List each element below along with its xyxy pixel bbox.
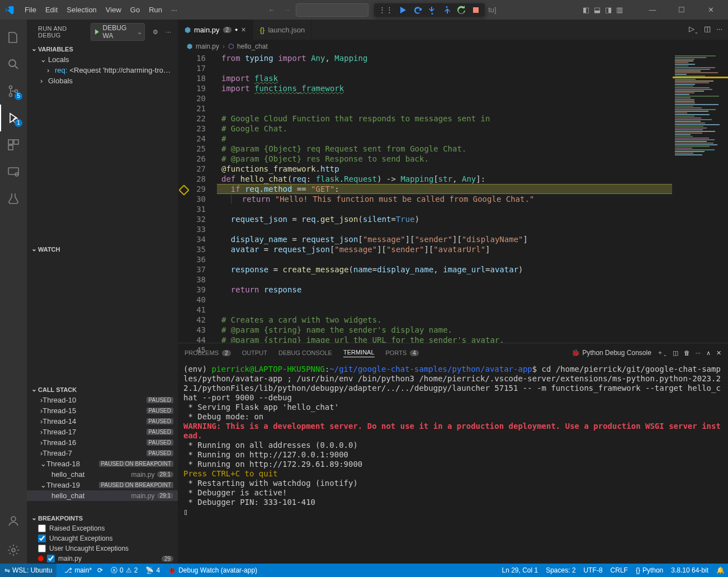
bp-user-uncaught-exceptions[interactable]: User Uncaught Exceptions [27, 543, 178, 554]
tab-main-py[interactable]: ⬢ main.py 2 ● × [178, 20, 253, 40]
terminal-kill-icon[interactable]: 🗑 [684, 349, 690, 356]
callstack-thread[interactable]: Thread-7PAUSED [27, 448, 178, 458]
callstack-thread[interactable]: Thread-17PAUSED [27, 427, 178, 437]
panel-maximize-icon[interactable]: ∧ [706, 349, 711, 357]
terminal-selector[interactable]: 🐞Python Debug Console [571, 349, 651, 357]
panel-close-icon[interactable]: ✕ [716, 349, 721, 357]
tab-close-icon[interactable]: × [242, 25, 246, 34]
window-maximize[interactable]: ☐ [669, 0, 694, 20]
search-icon[interactable] [0, 51, 27, 78]
menu-run[interactable]: Run [144, 6, 167, 14]
status-ports[interactable]: 📡4 [145, 566, 160, 574]
breakpoint-dot-icon [38, 556, 44, 561]
bp-file-row[interactable]: main.py29 [27, 554, 178, 564]
panel-tab-ports[interactable]: PORTS4 [386, 349, 419, 356]
sidebar-more-icon[interactable]: ··· [166, 29, 171, 35]
debug-continue-icon[interactable] [399, 6, 408, 15]
status-branch[interactable]: ⎇main*⟳ [64, 566, 103, 574]
status-language[interactable]: {}Python [636, 566, 663, 574]
panel-more-icon[interactable]: ··· [696, 349, 701, 356]
run-debug-icon[interactable]: 1 [0, 105, 27, 131]
bp-raised-exceptions[interactable]: Raised Exceptions [27, 523, 178, 533]
sidebar-title: RUN AND DEBUG Debug Wa ⌄ ⚙ ··· [27, 20, 178, 44]
callstack-thread[interactable]: Thread-14PAUSED [27, 416, 178, 427]
sync-icon[interactable]: ⟳ [97, 566, 103, 574]
status-debug-target[interactable]: 🐞Debug Watch (avatar-app) [168, 566, 257, 574]
source-control-icon[interactable]: 5 [0, 78, 27, 105]
debug-start-button[interactable]: Debug Wa ⌄ [91, 23, 145, 41]
run-file-icon[interactable]: ▷⌄ [689, 25, 698, 35]
terminal[interactable]: (env) pierrick@LAPTOP-HKU5PNNG:~/git/goo… [178, 362, 728, 564]
minimap[interactable] [672, 53, 728, 343]
callstack-thread[interactable]: Thread-19PAUSED ON BREAKPOINT [27, 480, 178, 490]
svg-point-3 [10, 94, 12, 97]
debug-toolbar: ⋮⋮ [374, 3, 485, 17]
panel-tab-output[interactable]: OUTPUT [242, 349, 267, 356]
callstack-thread[interactable]: Thread-16PAUSED [27, 437, 178, 448]
activity-bar: 51 [0, 20, 27, 564]
window-minimize[interactable]: — [640, 0, 665, 20]
editor[interactable]: 1617181920212223242526272829303132333435… [178, 53, 728, 343]
svg-rect-6 [8, 140, 13, 144]
breadcrumb[interactable]: ⬢ main.py › ⬡ hello_chat [178, 40, 728, 53]
breakpoints-header[interactable]: BREAKPOINTS [27, 513, 178, 523]
menu-more[interactable]: ··· [167, 6, 182, 14]
variables-scope-locals[interactable]: Locals [27, 54, 178, 65]
menu-go[interactable]: Go [126, 6, 144, 14]
nav-forward-icon[interactable]: → [283, 6, 290, 14]
callstack-header[interactable]: CALL STACK [27, 385, 178, 395]
debug-grip-icon[interactable]: ⋮⋮ [379, 6, 393, 14]
remote-explorer-icon[interactable] [0, 158, 27, 185]
menu-view[interactable]: View [101, 6, 126, 14]
debug-config-gear-icon[interactable]: ⚙ [153, 29, 158, 36]
menu-selection[interactable]: Selection [62, 6, 101, 14]
debug-step-into-icon[interactable] [428, 6, 437, 15]
layout-bottom-icon[interactable]: ⬓ [594, 6, 601, 14]
nav-back-icon[interactable]: ← [268, 6, 275, 14]
watch-header[interactable]: WATCH [27, 244, 178, 254]
panel-tab-debug-console[interactable]: DEBUG CONSOLE [278, 349, 332, 356]
status-encoding[interactable]: UTF-8 [584, 566, 603, 574]
variables-scope-globals[interactable]: Globals [27, 75, 178, 86]
explorer-icon[interactable] [0, 24, 27, 51]
variables-header[interactable]: VARIABLES [27, 44, 178, 54]
callstack-frame[interactable]: hello_chatmain.py29:1 [27, 490, 178, 501]
debug-restart-icon[interactable] [457, 6, 466, 15]
callstack-thread[interactable]: Thread-18PAUSED ON BREAKPOINT [27, 458, 178, 469]
status-remote[interactable]: ⇋WSL: Ubuntu [0, 564, 56, 577]
variable-row[interactable]: req: <Request 'http://charming-tro… [27, 65, 178, 75]
debug-step-out-icon[interactable] [442, 6, 451, 15]
status-problems[interactable]: ⓧ0⚠2 [111, 566, 138, 575]
layout-customize-icon[interactable]: ▥ [616, 6, 623, 14]
nav-arrows: ← → [268, 6, 290, 14]
menu-edit[interactable]: Edit [41, 6, 62, 14]
settings-gear-icon[interactable] [0, 537, 27, 564]
tab-launch-json[interactable]: {} launch.json [253, 20, 312, 40]
status-eol[interactable]: CRLF [611, 566, 628, 574]
editor-more-icon[interactable]: ··· [716, 25, 722, 35]
panel-tab-terminal[interactable]: TERMINAL [343, 349, 375, 357]
layout-left-icon[interactable]: ◧ [583, 6, 589, 14]
callstack-thread[interactable]: Thread-10PAUSED [27, 395, 178, 405]
status-notifications-icon[interactable]: 🔔 [716, 566, 725, 574]
extensions-icon[interactable] [0, 131, 27, 158]
status-cursor[interactable]: Ln 29, Col 1 [502, 566, 538, 574]
split-editor-icon[interactable]: ◫ [704, 25, 711, 35]
command-center[interactable] [296, 3, 368, 17]
terminal-new-icon[interactable]: ＋⌄ [657, 348, 667, 357]
layout-right-icon[interactable]: ◨ [605, 6, 612, 14]
testing-icon[interactable] [0, 185, 27, 212]
error-icon: ⓧ [111, 566, 117, 575]
debug-stop-icon[interactable] [471, 6, 480, 15]
status-spaces[interactable]: Spaces: 2 [546, 566, 575, 574]
menu-bar: FileEditSelectionViewGoRun [20, 6, 167, 14]
accounts-icon[interactable] [0, 508, 27, 535]
menu-file[interactable]: File [20, 6, 41, 14]
window-close[interactable]: ✕ [698, 0, 724, 20]
terminal-split-icon[interactable]: ◫ [673, 349, 678, 357]
debug-step-over-icon[interactable] [413, 6, 422, 15]
status-interpreter[interactable]: 3.8.10 64-bit [671, 566, 708, 574]
bp-uncaught-exceptions[interactable]: Uncaught Exceptions [27, 533, 178, 543]
callstack-thread[interactable]: Thread-15PAUSED [27, 405, 178, 416]
callstack-frame[interactable]: hello_chatmain.py29:1 [27, 469, 178, 480]
